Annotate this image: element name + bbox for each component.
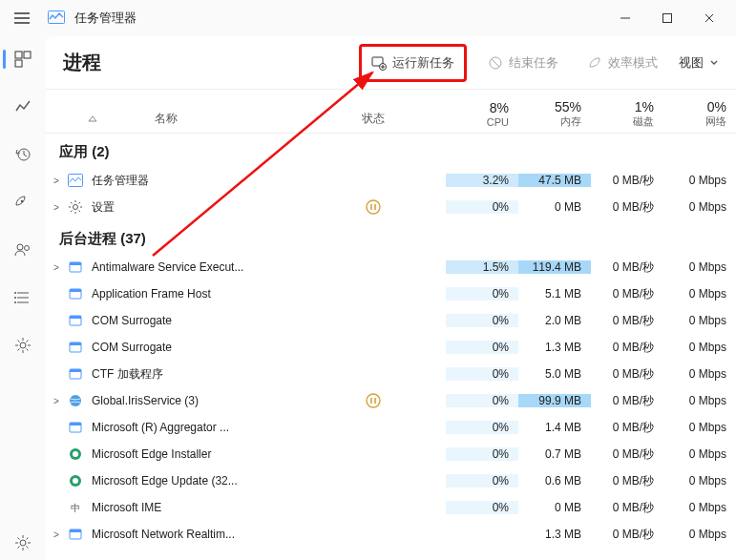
svg-point-12 [20, 342, 26, 348]
process-name: COM Surrogate [92, 341, 366, 354]
expand-toggle[interactable]: > [46, 396, 67, 406]
process-name: Microsoft Edge Installer [92, 447, 366, 461]
header-memory[interactable]: 55% 内存 [518, 99, 591, 133]
process-icon [67, 446, 84, 463]
cell-disk: 0 MB/秒 [591, 366, 663, 383]
nav-services[interactable] [4, 328, 42, 363]
end-task-button: 结束任务 [480, 51, 566, 75]
process-icon [67, 365, 84, 383]
table-row[interactable]: >设置0%0 MB0 MB/秒0 Mbps [46, 194, 736, 220]
efficiency-mode-label: 效率模式 [608, 54, 658, 72]
cell-memory: 0.6 MB [518, 474, 591, 487]
cell-memory: 1.4 MB [518, 421, 591, 434]
header-status[interactable]: 状态 [362, 111, 446, 133]
table-row[interactable]: >Antimalware Service Execut...1.5%119.4 … [46, 254, 736, 280]
table-row[interactable]: 中Microsoft IME0%0 MB0 MB/秒0 Mbps [46, 494, 736, 521]
table-row[interactable]: COM Surrogate0%2.0 MB0 MB/秒0 Mbps [46, 307, 736, 334]
process-name: Microsoft IME [92, 501, 366, 514]
nav-performance[interactable] [4, 90, 42, 124]
cell-disk: 0 MB/秒 [591, 340, 663, 356]
cell-network: 0 Mbps [663, 474, 736, 487]
cell-disk: 0 MB/秒 [591, 199, 663, 216]
header-disk[interactable]: 1% 磁盘 [591, 99, 663, 133]
sort-indicator[interactable] [88, 116, 97, 122]
window-title: 任务管理器 [74, 10, 137, 27]
run-task-icon [371, 55, 387, 71]
run-new-task-label: 运行新任务 [392, 54, 454, 72]
process-status [366, 393, 446, 408]
process-icon [67, 339, 84, 356]
group-background: 后台进程 (37) [46, 220, 736, 254]
cell-disk: 0 MB/秒 [591, 259, 663, 276]
view-dropdown[interactable]: 视图 [679, 54, 719, 72]
table-row[interactable]: CTF 加载程序0%5.0 MB0 MB/秒0 Mbps [46, 361, 736, 387]
process-list[interactable]: 应用 (2) >任务管理器3.2%47.5 MB0 MB/秒0 Mbps>设置0… [46, 134, 736, 560]
nav-users[interactable] [4, 233, 42, 267]
svg-rect-25 [70, 316, 81, 319]
leaf-icon [587, 55, 602, 71]
header-cpu[interactable]: 8% CPU [446, 100, 518, 133]
cell-cpu: 0% [446, 341, 518, 354]
expand-toggle[interactable]: > [46, 529, 67, 540]
cell-cpu: 0% [446, 501, 518, 514]
cell-network: 0 Mbps [663, 367, 736, 381]
svg-point-11 [14, 301, 16, 303]
cell-network: 0 Mbps [663, 528, 736, 541]
cell-disk: 0 MB/秒 [591, 527, 663, 543]
table-row[interactable]: Microsoft Edge Installer0%0.7 MB0 MB/秒0 … [46, 441, 736, 467]
sidebar [0, 36, 46, 560]
expand-toggle[interactable]: > [46, 202, 67, 213]
cell-disk: 0 MB/秒 [591, 313, 663, 329]
process-icon [67, 172, 84, 189]
svg-rect-1 [663, 14, 672, 23]
nav-history[interactable] [4, 137, 42, 172]
cell-network: 0 Mbps [663, 447, 736, 461]
table-row[interactable]: >任务管理器3.2%47.5 MB0 MB/秒0 Mbps [46, 167, 736, 194]
nav-settings[interactable] [4, 526, 42, 560]
cell-disk: 0 MB/秒 [591, 473, 663, 489]
table-row[interactable]: >Global.IrisService (3)0%99.9 MB0 MB/秒0 … [46, 387, 736, 414]
minimize-button[interactable] [604, 3, 646, 33]
cell-disk: 0 MB/秒 [591, 173, 663, 189]
table-row[interactable]: Microsoft Edge Update (32...0%0.6 MB0 MB… [46, 467, 736, 494]
cell-network: 0 Mbps [663, 501, 736, 514]
table-row[interactable]: >Microsoft Network Realtim...1.3 MB0 MB/… [46, 521, 736, 548]
nav-details[interactable] [4, 280, 42, 315]
header-network[interactable]: 0% 网络 [663, 99, 736, 133]
process-name: CTF 加载程序 [92, 366, 366, 383]
process-icon [67, 312, 84, 329]
process-icon: 中 [67, 499, 84, 516]
table-row[interactable]: Application Frame Host0%5.1 MB0 MB/秒0 Mb… [46, 280, 736, 307]
close-button[interactable] [688, 3, 730, 33]
toolbar: 进程 运行新任务 结束任务 效率模式 视图 [46, 36, 736, 90]
process-icon [67, 198, 84, 216]
expand-toggle[interactable]: > [46, 176, 67, 186]
process-name: Microsoft (R) Aggregator ... [92, 421, 366, 434]
cell-network: 0 Mbps [663, 287, 736, 301]
end-task-label: 结束任务 [509, 54, 558, 72]
svg-rect-21 [70, 262, 81, 265]
cell-memory: 5.0 MB [518, 367, 591, 381]
column-headers: 名称 状态 8% CPU 55% 内存 1% 磁盘 0% 网络 [46, 90, 736, 134]
maximize-button[interactable] [646, 3, 688, 33]
table-row[interactable]: Microsoft (R) Aggregator ...0%1.4 MB0 MB… [46, 414, 736, 441]
header-name[interactable]: 名称 [155, 111, 178, 127]
process-icon [67, 392, 84, 409]
process-name: 任务管理器 [92, 173, 366, 189]
app-icon [48, 10, 67, 26]
run-new-task-button[interactable]: 运行新任务 [359, 44, 467, 82]
cell-network: 0 Mbps [663, 314, 736, 327]
cell-cpu: 1.5% [446, 260, 518, 274]
svg-point-6 [21, 200, 23, 202]
process-name: Application Frame Host [92, 287, 366, 301]
process-icon [67, 419, 84, 436]
expand-toggle[interactable]: > [46, 262, 67, 273]
hamburger-menu[interactable] [6, 2, 38, 34]
table-row[interactable]: COM Surrogate0%1.3 MB0 MB/秒0 Mbps [46, 334, 736, 361]
svg-point-8 [25, 246, 30, 251]
nav-processes[interactable] [4, 42, 42, 76]
cell-memory: 0 MB [518, 200, 591, 214]
process-icon [67, 472, 84, 489]
nav-startup[interactable] [4, 185, 42, 219]
svg-rect-3 [24, 52, 31, 58]
